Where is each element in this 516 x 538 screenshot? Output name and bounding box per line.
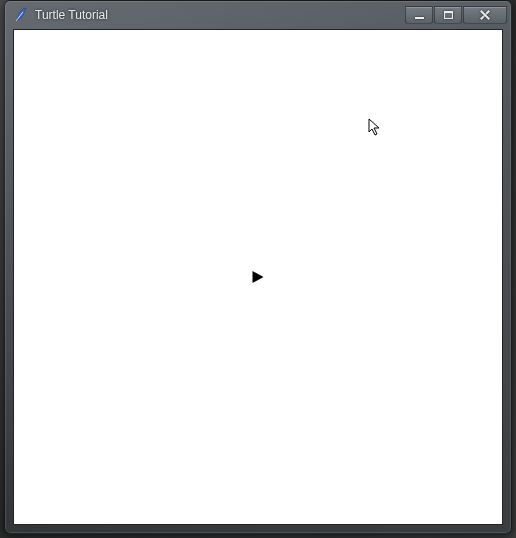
window-title: Turtle Tutorial	[35, 8, 405, 22]
close-icon	[479, 9, 491, 21]
application-window: Turtle Tutorial	[4, 0, 512, 534]
maximize-button[interactable]	[434, 6, 462, 24]
turtle-cursor-icon	[253, 271, 264, 283]
minimize-icon	[415, 17, 424, 19]
mouse-pointer-icon	[368, 118, 384, 138]
window-controls	[405, 6, 507, 24]
close-button[interactable]	[463, 6, 507, 24]
titlebar[interactable]: Turtle Tutorial	[5, 1, 511, 29]
tk-feather-icon	[13, 7, 29, 23]
turtle-canvas[interactable]	[14, 30, 502, 524]
client-area	[13, 29, 503, 525]
maximize-icon	[444, 11, 453, 19]
minimize-button[interactable]	[405, 6, 433, 24]
